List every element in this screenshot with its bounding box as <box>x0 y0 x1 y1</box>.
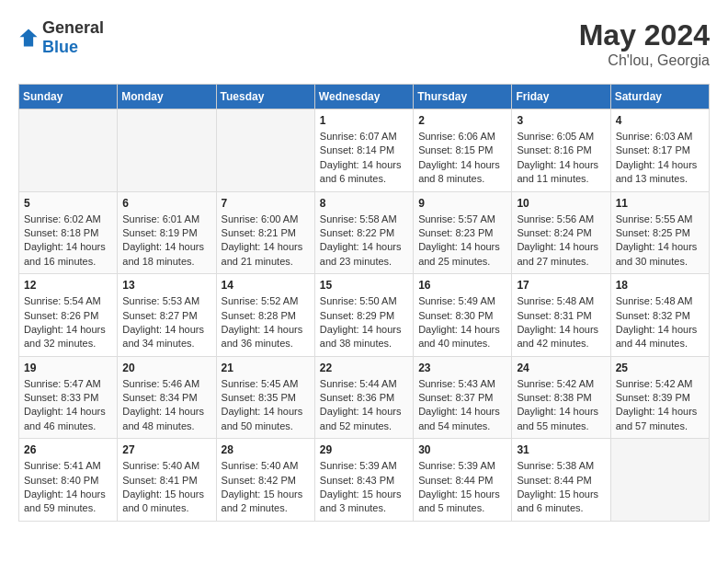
day-number: 14 <box>222 279 310 292</box>
day-number: 9 <box>418 197 506 210</box>
week-row-1: 1Sunrise: 6:07 AMSunset: 8:14 PMDaylight… <box>19 109 710 192</box>
day-number: 26 <box>24 443 112 456</box>
calendar-cell: 11Sunrise: 5:55 AMSunset: 8:25 PMDayligh… <box>610 191 709 274</box>
day-info: Sunrise: 5:39 AMSunset: 8:44 PMDaylight:… <box>418 459 506 516</box>
calendar-cell <box>118 109 216 192</box>
day-info: Sunrise: 5:56 AMSunset: 8:24 PMDaylight:… <box>517 213 605 270</box>
logo: General Blue <box>18 18 104 57</box>
calendar-cell: 28Sunrise: 5:40 AMSunset: 8:42 PMDayligh… <box>216 439 314 522</box>
calendar-cell: 3Sunrise: 6:05 AMSunset: 8:16 PMDaylight… <box>512 109 610 192</box>
calendar-cell <box>610 439 709 522</box>
day-number: 11 <box>616 197 704 210</box>
logo-icon <box>18 28 39 48</box>
day-number: 2 <box>418 114 506 127</box>
day-number: 17 <box>517 279 605 292</box>
day-info: Sunrise: 5:42 AMSunset: 8:39 PMDaylight:… <box>616 377 704 434</box>
day-number: 23 <box>418 362 506 374</box>
logo-blue-text: Blue <box>42 38 78 56</box>
day-number: 25 <box>616 362 704 374</box>
calendar-cell: 19Sunrise: 5:47 AMSunset: 8:33 PMDayligh… <box>19 356 118 439</box>
day-header-tuesday: Tuesday <box>216 85 314 109</box>
day-number: 28 <box>222 443 310 456</box>
day-info: Sunrise: 5:57 AMSunset: 8:23 PMDaylight:… <box>418 213 506 270</box>
day-info: Sunrise: 5:54 AMSunset: 8:26 PMDaylight:… <box>24 294 112 351</box>
day-info: Sunrise: 5:42 AMSunset: 8:38 PMDaylight:… <box>517 377 605 434</box>
calendar-cell: 18Sunrise: 5:48 AMSunset: 8:32 PMDayligh… <box>610 274 709 357</box>
day-info: Sunrise: 5:45 AMSunset: 8:35 PMDaylight:… <box>222 377 310 434</box>
day-number: 1 <box>320 114 408 127</box>
calendar-cell: 30Sunrise: 5:39 AMSunset: 8:44 PMDayligh… <box>414 439 512 522</box>
calendar-cell: 1Sunrise: 6:07 AMSunset: 8:14 PMDaylight… <box>314 109 413 192</box>
day-info: Sunrise: 5:49 AMSunset: 8:30 PMDaylight:… <box>418 294 506 351</box>
day-number: 13 <box>122 279 210 292</box>
day-info: Sunrise: 5:53 AMSunset: 8:27 PMDaylight:… <box>122 294 210 351</box>
calendar-table: SundayMondayTuesdayWednesdayThursdayFrid… <box>18 84 710 522</box>
logo-general-text: General <box>42 18 104 37</box>
day-number: 5 <box>24 197 112 210</box>
day-info: Sunrise: 6:03 AMSunset: 8:17 PMDaylight:… <box>616 130 704 187</box>
calendar-cell: 26Sunrise: 5:41 AMSunset: 8:40 PMDayligh… <box>19 439 118 522</box>
calendar-cell: 6Sunrise: 6:01 AMSunset: 8:19 PMDaylight… <box>118 191 216 274</box>
calendar-cell: 27Sunrise: 5:40 AMSunset: 8:41 PMDayligh… <box>118 439 216 522</box>
day-number: 4 <box>616 114 704 127</box>
day-number: 19 <box>24 362 112 374</box>
calendar-cell <box>19 109 118 192</box>
calendar-cell: 23Sunrise: 5:43 AMSunset: 8:37 PMDayligh… <box>414 356 512 439</box>
day-header-monday: Monday <box>118 85 216 109</box>
calendar-cell: 29Sunrise: 5:39 AMSunset: 8:43 PMDayligh… <box>314 439 413 522</box>
calendar-cell: 9Sunrise: 5:57 AMSunset: 8:23 PMDaylight… <box>414 191 512 274</box>
day-info: Sunrise: 5:38 AMSunset: 8:44 PMDaylight:… <box>517 459 605 516</box>
day-info: Sunrise: 5:40 AMSunset: 8:41 PMDaylight:… <box>122 459 210 516</box>
day-info: Sunrise: 5:58 AMSunset: 8:22 PMDaylight:… <box>320 213 408 270</box>
svg-marker-0 <box>19 29 37 46</box>
calendar-cell: 25Sunrise: 5:42 AMSunset: 8:39 PMDayligh… <box>610 356 709 439</box>
day-number: 30 <box>418 443 506 456</box>
day-header-sunday: Sunday <box>19 85 118 109</box>
calendar-cell: 21Sunrise: 5:45 AMSunset: 8:35 PMDayligh… <box>216 356 314 439</box>
week-row-4: 19Sunrise: 5:47 AMSunset: 8:33 PMDayligh… <box>19 356 710 439</box>
calendar-cell: 5Sunrise: 6:02 AMSunset: 8:18 PMDaylight… <box>19 191 118 274</box>
day-info: Sunrise: 5:44 AMSunset: 8:36 PMDaylight:… <box>320 377 408 434</box>
calendar-cell: 15Sunrise: 5:50 AMSunset: 8:29 PMDayligh… <box>314 274 413 357</box>
calendar-cell: 16Sunrise: 5:49 AMSunset: 8:30 PMDayligh… <box>414 274 512 357</box>
day-info: Sunrise: 5:41 AMSunset: 8:40 PMDaylight:… <box>24 459 112 516</box>
day-info: Sunrise: 6:06 AMSunset: 8:15 PMDaylight:… <box>418 130 506 187</box>
calendar-cell: 2Sunrise: 6:06 AMSunset: 8:15 PMDaylight… <box>414 109 512 192</box>
day-number: 22 <box>320 362 408 374</box>
calendar-cell: 10Sunrise: 5:56 AMSunset: 8:24 PMDayligh… <box>512 191 610 274</box>
day-number: 29 <box>320 443 408 456</box>
day-number: 24 <box>517 362 605 374</box>
day-info: Sunrise: 5:39 AMSunset: 8:43 PMDaylight:… <box>320 459 408 516</box>
day-number: 18 <box>616 279 704 292</box>
day-number: 20 <box>122 362 210 374</box>
month-title: May 2024 <box>579 18 710 52</box>
page-header: General Blue May 2024 Ch'lou, Georgia <box>18 18 710 69</box>
calendar-header-row: SundayMondayTuesdayWednesdayThursdayFrid… <box>19 85 710 109</box>
day-number: 12 <box>24 279 112 292</box>
location-title: Ch'lou, Georgia <box>579 52 710 69</box>
calendar-cell: 20Sunrise: 5:46 AMSunset: 8:34 PMDayligh… <box>118 356 216 439</box>
day-number: 15 <box>320 279 408 292</box>
day-info: Sunrise: 6:01 AMSunset: 8:19 PMDaylight:… <box>122 213 210 270</box>
day-number: 8 <box>320 197 408 210</box>
day-number: 10 <box>517 197 605 210</box>
day-header-friday: Friday <box>512 85 610 109</box>
day-info: Sunrise: 5:48 AMSunset: 8:32 PMDaylight:… <box>616 294 704 351</box>
day-info: Sunrise: 5:46 AMSunset: 8:34 PMDaylight:… <box>122 377 210 434</box>
day-info: Sunrise: 5:55 AMSunset: 8:25 PMDaylight:… <box>616 213 704 270</box>
calendar-cell: 8Sunrise: 5:58 AMSunset: 8:22 PMDaylight… <box>314 191 413 274</box>
day-info: Sunrise: 6:02 AMSunset: 8:18 PMDaylight:… <box>24 213 112 270</box>
calendar-cell: 4Sunrise: 6:03 AMSunset: 8:17 PMDaylight… <box>610 109 709 192</box>
day-number: 21 <box>222 362 310 374</box>
day-header-saturday: Saturday <box>610 85 709 109</box>
calendar-cell: 12Sunrise: 5:54 AMSunset: 8:26 PMDayligh… <box>19 274 118 357</box>
day-info: Sunrise: 5:48 AMSunset: 8:31 PMDaylight:… <box>517 294 605 351</box>
week-row-5: 26Sunrise: 5:41 AMSunset: 8:40 PMDayligh… <box>19 439 710 522</box>
day-number: 27 <box>122 443 210 456</box>
day-info: Sunrise: 5:47 AMSunset: 8:33 PMDaylight:… <box>24 377 112 434</box>
calendar-cell: 22Sunrise: 5:44 AMSunset: 8:36 PMDayligh… <box>314 356 413 439</box>
day-number: 6 <box>122 197 210 210</box>
calendar-cell: 14Sunrise: 5:52 AMSunset: 8:28 PMDayligh… <box>216 274 314 357</box>
calendar-cell: 24Sunrise: 5:42 AMSunset: 8:38 PMDayligh… <box>512 356 610 439</box>
day-info: Sunrise: 6:05 AMSunset: 8:16 PMDaylight:… <box>517 130 605 187</box>
